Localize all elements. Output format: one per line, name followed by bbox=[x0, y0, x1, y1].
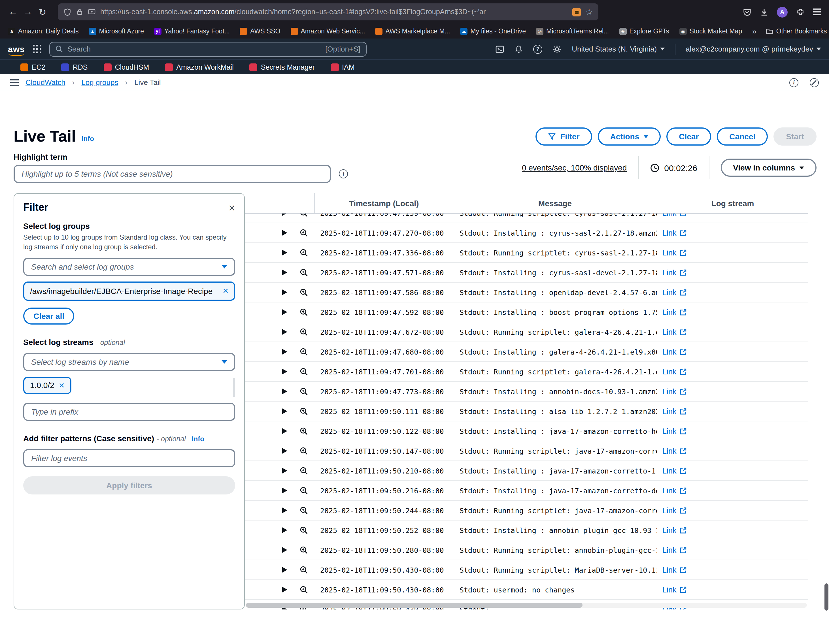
filter-button[interactable]: Filter bbox=[535, 128, 592, 146]
aws-favorite-item[interactable]: Amazon WorkMail bbox=[165, 63, 233, 71]
log-groups-select[interactable]: Search and select log groups bbox=[23, 257, 235, 276]
menu-icon[interactable] bbox=[813, 8, 821, 15]
expand-event-icon[interactable] bbox=[282, 587, 287, 592]
aws-favorite-item[interactable]: RDS bbox=[61, 63, 88, 71]
log-stream-link[interactable]: Link bbox=[662, 229, 687, 237]
log-event-row[interactable]: 2025-02-18T11:09:47.571-08:00 Stdout: In… bbox=[245, 263, 808, 283]
other-bookmarks[interactable]: Other Bookmarks bbox=[766, 28, 827, 35]
clear-button[interactable]: Clear bbox=[667, 128, 711, 146]
cancel-button[interactable]: Cancel bbox=[717, 128, 768, 146]
bookmark-item[interactable]: AWS Marketplace M... bbox=[375, 27, 450, 35]
expand-event-icon[interactable] bbox=[282, 214, 287, 216]
log-stream-link[interactable]: Link bbox=[662, 214, 687, 217]
side-nav-toggle-icon[interactable] bbox=[10, 79, 19, 86]
feedback-toggle-icon[interactable] bbox=[810, 78, 819, 87]
zoom-in-icon[interactable] bbox=[300, 348, 308, 356]
expand-event-icon[interactable] bbox=[282, 428, 287, 434]
log-event-row[interactable]: 2025-02-18T11:09:50.122-08:00 Stdout: In… bbox=[245, 421, 808, 441]
cloudshell-icon[interactable] bbox=[495, 44, 504, 54]
extensions-icon[interactable] bbox=[796, 8, 805, 16]
zoom-in-icon[interactable] bbox=[300, 447, 308, 455]
expand-event-icon[interactable] bbox=[282, 329, 287, 335]
log-event-row[interactable]: 2025-02-18T11:09:50.210-08:00 Stdout: In… bbox=[245, 461, 808, 481]
horizontal-scrollbar-thumb[interactable] bbox=[246, 603, 583, 608]
account-menu[interactable]: alex@c2company.com @ primekeydev bbox=[686, 45, 821, 53]
services-grid-icon[interactable] bbox=[33, 45, 41, 53]
expand-event-icon[interactable] bbox=[282, 547, 287, 553]
back-button[interactable]: ← bbox=[6, 7, 20, 17]
apply-filters-button[interactable]: Apply filters bbox=[23, 477, 235, 495]
zoom-in-icon[interactable] bbox=[300, 526, 308, 534]
expand-event-icon[interactable] bbox=[282, 507, 287, 513]
expand-event-icon[interactable] bbox=[282, 369, 287, 375]
log-event-row[interactable]: 2025-02-18T11:09:50.147-08:00 Stdout: Ru… bbox=[245, 441, 808, 461]
log-stream-link[interactable]: Link bbox=[662, 546, 687, 554]
bookmark-item[interactable]: Amazon Web Servic... bbox=[290, 27, 365, 35]
log-stream-link[interactable]: Link bbox=[662, 506, 687, 515]
settings-gear-icon[interactable] bbox=[553, 44, 561, 54]
expand-event-icon[interactable] bbox=[282, 448, 287, 454]
expand-event-icon[interactable] bbox=[282, 269, 287, 275]
aws-logo[interactable]: aws bbox=[8, 44, 25, 54]
log-event-row[interactable]: 2025-02-18T11:09:47.672-08:00 Stdout: Ru… bbox=[245, 322, 808, 342]
breadcrumb-cloudwatch[interactable]: CloudWatch bbox=[25, 78, 65, 87]
expand-event-icon[interactable] bbox=[282, 408, 287, 414]
clear-all-button[interactable]: Clear all bbox=[23, 308, 74, 325]
bookmark-star-icon[interactable]: ☆ bbox=[586, 7, 593, 16]
log-event-row[interactable]: 2025-02-18T11:09:47.701-08:00 Stdout: Ru… bbox=[245, 362, 808, 382]
log-event-row[interactable]: 2025-02-18T11:09:50.430-08:00 Stdout: Ru… bbox=[245, 560, 808, 580]
zoom-in-icon[interactable] bbox=[300, 387, 308, 396]
token-list-scrollbar[interactable] bbox=[233, 378, 235, 397]
tracking-protection-shield-icon[interactable] bbox=[63, 8, 71, 16]
log-event-row[interactable]: 2025-02-18T11:09:47.270-08:00 Stdout: In… bbox=[245, 223, 808, 243]
expand-event-icon[interactable] bbox=[282, 527, 287, 533]
title-info-link[interactable]: Info bbox=[82, 135, 94, 143]
vertical-scrollbar[interactable] bbox=[824, 583, 829, 611]
zoom-in-icon[interactable] bbox=[300, 407, 308, 416]
log-stream-link[interactable]: Link bbox=[662, 249, 687, 257]
zoom-in-icon[interactable] bbox=[300, 228, 308, 237]
log-stream-link[interactable]: Link bbox=[662, 566, 687, 574]
expand-event-icon[interactable] bbox=[282, 309, 287, 315]
zoom-in-icon[interactable] bbox=[300, 565, 308, 574]
pocket-icon[interactable] bbox=[743, 8, 751, 16]
log-streams-select[interactable]: Select log streams by name bbox=[23, 353, 235, 371]
account-avatar[interactable]: A bbox=[777, 6, 788, 17]
log-event-row[interactable]: 2025-02-18T11:09:47.336-08:00 Stdout: Ru… bbox=[245, 243, 808, 263]
expand-event-icon[interactable] bbox=[282, 290, 287, 295]
log-event-row[interactable]: 2025-02-18T11:09:50.280-08:00 Stdout: Ru… bbox=[245, 540, 808, 560]
actions-dropdown-button[interactable]: Actions bbox=[598, 128, 661, 146]
zoom-in-icon[interactable] bbox=[300, 308, 308, 316]
log-stream-link[interactable]: Link bbox=[662, 487, 687, 495]
zoom-in-icon[interactable] bbox=[300, 546, 308, 554]
log-stream-link[interactable]: Link bbox=[662, 387, 687, 396]
expand-event-icon[interactable] bbox=[282, 488, 287, 493]
remove-token-icon[interactable]: × bbox=[59, 381, 65, 390]
forward-button[interactable]: → bbox=[20, 7, 35, 17]
log-stream-link[interactable]: Link bbox=[662, 348, 687, 356]
zoom-in-icon[interactable] bbox=[300, 268, 308, 277]
zoom-in-icon[interactable] bbox=[300, 367, 308, 376]
bookmark-item[interactable]: AWS SSO bbox=[240, 27, 281, 35]
console-search-input[interactable] bbox=[68, 45, 321, 53]
lock-icon[interactable] bbox=[76, 8, 83, 16]
expand-event-icon[interactable] bbox=[282, 468, 287, 474]
info-icon[interactable]: i bbox=[339, 169, 348, 178]
zoom-in-icon[interactable] bbox=[300, 248, 308, 257]
log-stream-link[interactable]: Link bbox=[662, 328, 687, 337]
view-in-columns-button[interactable]: View in columns bbox=[720, 159, 816, 177]
site-permissions-icon[interactable] bbox=[88, 8, 96, 15]
bookmark-item[interactable]: y! Yahoo! Fantasy Foot... bbox=[154, 27, 230, 35]
log-stream-link[interactable]: Link bbox=[662, 526, 687, 535]
log-event-row[interactable]: 2025-02-18T11:09:47.259-08:00 Stdout: Ru… bbox=[245, 214, 808, 223]
stream-prefix-input[interactable] bbox=[23, 403, 235, 421]
log-stream-link[interactable]: Link bbox=[662, 467, 687, 475]
log-event-row[interactable]: 2025-02-18T11:09:47.586-08:00 Stdout: In… bbox=[245, 283, 808, 302]
bookmark-item[interactable]: ☁ My files - OneDrive bbox=[460, 27, 526, 35]
bookmarks-overflow-icon[interactable]: » bbox=[752, 27, 756, 35]
reload-button[interactable]: ↻ bbox=[35, 6, 50, 17]
help-icon[interactable]: ? bbox=[533, 44, 542, 54]
info-icon[interactable]: i bbox=[790, 78, 798, 87]
log-event-row[interactable]: 2025-02-18T11:09:50.216-08:00 Stdout: In… bbox=[245, 481, 808, 501]
log-event-row[interactable]: 2025-02-18T11:09:50.244-08:00 Stdout: Ru… bbox=[245, 501, 808, 521]
